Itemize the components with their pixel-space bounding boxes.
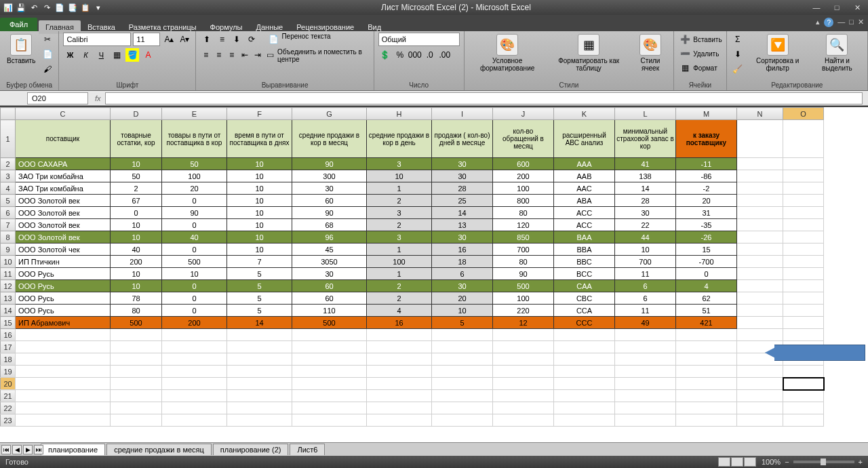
empty-cell[interactable] xyxy=(367,414,432,427)
qat-icon[interactable]: 📄 xyxy=(54,2,65,13)
empty-cell[interactable] xyxy=(367,378,432,390)
data-cell[interactable]: ACC xyxy=(554,207,615,219)
empty-cell[interactable] xyxy=(111,366,162,378)
column-header[interactable]: D xyxy=(111,108,162,120)
data-cell[interactable]: 13 xyxy=(432,219,493,231)
sort-filter-button[interactable]: 🔽Сортировка и фильтр xyxy=(747,33,808,73)
arrow-shape[interactable] xyxy=(765,345,865,361)
orientation-icon[interactable]: ⟳ xyxy=(245,33,258,46)
data-cell[interactable]: 90 xyxy=(493,268,554,280)
data-cell[interactable]: 5 xyxy=(432,317,493,329)
file-tab[interactable]: Файл xyxy=(0,18,37,31)
font-name-select[interactable]: Calibri xyxy=(63,33,131,46)
data-cell[interactable]: 90 xyxy=(292,158,367,170)
data-cell[interactable]: 700 xyxy=(493,243,554,256)
row-header[interactable]: 9 xyxy=(1,243,16,256)
window-min-icon[interactable]: — xyxy=(837,18,845,27)
empty-cell[interactable] xyxy=(737,329,783,341)
empty-cell[interactable] xyxy=(493,341,554,353)
empty-cell[interactable] xyxy=(162,353,227,366)
row-header[interactable]: 23 xyxy=(1,414,16,427)
data-cell[interactable]: BCC xyxy=(554,268,615,280)
row-header[interactable]: 6 xyxy=(1,207,16,219)
empty-cell[interactable] xyxy=(111,402,162,414)
data-cell[interactable]: 31 xyxy=(676,207,737,219)
data-cell[interactable]: 10 xyxy=(111,280,162,292)
data-cell[interactable]: 60 xyxy=(292,280,367,292)
data-cell[interactable]: ООО Русь xyxy=(16,292,111,305)
empty-cell[interactable] xyxy=(615,341,676,353)
row-header[interactable]: 19 xyxy=(1,366,16,378)
row-header[interactable]: 17 xyxy=(1,341,16,353)
table-header-cell[interactable]: к заказу поставщику xyxy=(676,120,737,158)
underline-icon[interactable]: Ч xyxy=(94,48,108,62)
first-sheet-icon[interactable]: ⏮ xyxy=(1,445,11,454)
data-cell[interactable]: 3050 xyxy=(292,256,367,268)
help-icon[interactable]: ? xyxy=(824,18,833,27)
table-header-cell[interactable]: средние продажи в кор в месяц xyxy=(292,120,367,158)
data-cell[interactable]: 12 xyxy=(493,317,554,329)
row-header[interactable]: 16 xyxy=(1,329,16,341)
zoom-in-icon[interactable]: + xyxy=(859,458,863,466)
row-header[interactable]: 15 xyxy=(1,317,16,329)
window-restore-icon[interactable]: □ xyxy=(849,18,854,27)
empty-cell[interactable] xyxy=(783,390,824,402)
data-cell[interactable]: 30 xyxy=(432,231,493,243)
data-cell[interactable]: 4 xyxy=(367,305,432,317)
row-header[interactable]: 12 xyxy=(1,280,16,292)
empty-cell[interactable] xyxy=(493,366,554,378)
decrease-indent-icon[interactable]: ⇤ xyxy=(239,48,250,62)
data-cell[interactable]: ООО Русь xyxy=(16,268,111,280)
data-cell[interactable]: 0 xyxy=(162,280,227,292)
data-cell[interactable]: 40 xyxy=(111,243,162,256)
qat-icon[interactable]: 📑 xyxy=(67,2,78,13)
currency-icon[interactable]: 💲 xyxy=(378,48,392,62)
increase-font-icon[interactable]: A▴ xyxy=(162,33,176,46)
empty-cell[interactable] xyxy=(737,390,783,402)
empty-cell[interactable] xyxy=(615,414,676,427)
empty-cell[interactable] xyxy=(162,402,227,414)
data-cell[interactable]: -26 xyxy=(676,231,737,243)
data-cell[interactable]: 10 xyxy=(432,305,493,317)
data-cell[interactable]: AAA xyxy=(554,158,615,170)
copy-icon[interactable]: 📄 xyxy=(41,47,54,61)
page-break-view-icon[interactable] xyxy=(744,457,756,467)
data-cell[interactable]: 1 xyxy=(367,268,432,280)
data-cell[interactable]: 100 xyxy=(367,256,432,268)
data-cell[interactable]: 100 xyxy=(493,292,554,305)
spreadsheet-grid[interactable]: CDEFGHIJKLMNO1поставщиктоварные остатки,… xyxy=(0,107,868,442)
clear-icon[interactable]: 🧹 xyxy=(731,62,745,76)
redo-icon[interactable]: ↷ xyxy=(41,2,52,13)
empty-cell[interactable] xyxy=(292,390,367,402)
fill-color-icon[interactable]: 🪣 xyxy=(125,48,139,62)
data-cell[interactable]: 10 xyxy=(111,158,162,170)
data-cell[interactable]: 96 xyxy=(292,231,367,243)
align-right-icon[interactable]: ≡ xyxy=(226,48,237,62)
empty-cell[interactable] xyxy=(676,402,737,414)
empty-cell[interactable] xyxy=(367,341,432,353)
empty-cell[interactable] xyxy=(111,414,162,427)
data-cell[interactable]: 110 xyxy=(292,305,367,317)
empty-cell[interactable] xyxy=(432,414,493,427)
empty-cell[interactable] xyxy=(227,378,292,390)
data-cell[interactable]: -700 xyxy=(676,256,737,268)
format-painter-icon[interactable]: 🖌 xyxy=(41,62,54,76)
window-close-icon[interactable]: ✕ xyxy=(858,18,864,27)
data-cell[interactable]: 14 xyxy=(615,182,676,195)
fill-icon[interactable]: ⬇ xyxy=(731,47,745,61)
sheet-tab[interactable]: средние продажи в месяц xyxy=(106,444,212,455)
table-header-cell[interactable]: поставщик xyxy=(16,120,111,158)
empty-cell[interactable] xyxy=(367,402,432,414)
data-cell[interactable]: 2 xyxy=(367,219,432,231)
data-cell[interactable]: BAA xyxy=(554,231,615,243)
data-cell[interactable]: 20 xyxy=(676,195,737,207)
paste-button[interactable]: 📋 Вставить xyxy=(4,33,38,66)
row-header[interactable]: 20 xyxy=(1,378,16,390)
data-cell[interactable]: 10 xyxy=(227,231,292,243)
data-cell[interactable]: ООО Золотой век xyxy=(16,231,111,243)
data-cell[interactable]: 20 xyxy=(162,182,227,195)
empty-cell[interactable] xyxy=(16,353,111,366)
empty-cell[interactable] xyxy=(367,390,432,402)
empty-cell[interactable] xyxy=(16,414,111,427)
empty-cell[interactable] xyxy=(111,353,162,366)
